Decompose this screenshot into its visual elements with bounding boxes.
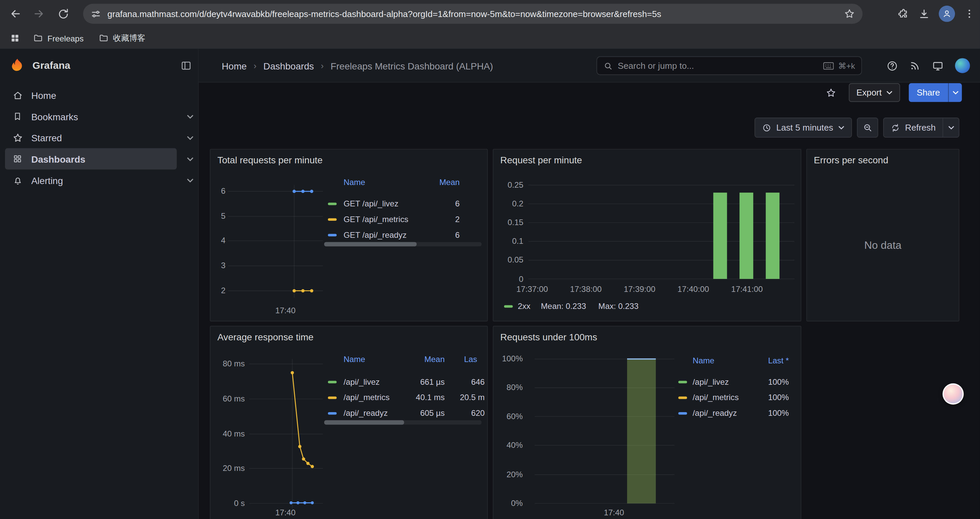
arrow-right-icon: [32, 7, 45, 20]
legend-name-header[interactable]: Name: [344, 354, 365, 366]
bar-chart: [535, 355, 675, 509]
search-placeholder: Search or jump to...: [618, 61, 694, 71]
extensions-icon[interactable]: [897, 8, 910, 20]
favorite-star-icon[interactable]: [822, 83, 840, 102]
sidebar-item-bookmarks[interactable]: Bookmarks: [5, 105, 177, 127]
browser-reload-button[interactable]: [52, 3, 74, 24]
bookmark-star-icon[interactable]: [844, 8, 855, 19]
dashboard-actions: Export Share: [822, 83, 962, 102]
y-tick: 0.25: [493, 180, 523, 190]
url-text[interactable]: grafana.mathmast.com/d/deytv4rwavabkb/fr…: [107, 9, 838, 19]
legend-mean-header[interactable]: Mean: [407, 354, 445, 366]
series-color-blue: [678, 412, 687, 414]
legend-series-name[interactable]: /api/_readyz: [693, 408, 737, 419]
legend-scrollbar[interactable]: [324, 242, 482, 246]
x-tick: 17:40: [267, 306, 304, 316]
legend-name-header[interactable]: Name: [344, 177, 365, 188]
share-dropdown[interactable]: [948, 83, 962, 102]
chevron-down-icon: [948, 126, 954, 129]
panel-title[interactable]: Average response time: [218, 331, 313, 342]
site-settings-icon[interactable]: [91, 8, 102, 19]
help-icon[interactable]: [886, 60, 898, 72]
legend-series-name[interactable]: GET /api/_readyz: [344, 230, 407, 241]
sidebar-item-dashboards[interactable]: Dashboards: [5, 148, 177, 170]
legend-series-name[interactable]: GET /api/_metrics: [344, 214, 408, 225]
legend-series-name[interactable]: /api/_livez: [344, 376, 380, 388]
legend-mean-value: 605 µs: [401, 408, 445, 419]
panel-title[interactable]: Total requests per minute: [218, 155, 323, 165]
sidebar-item-label: Alerting: [31, 175, 63, 185]
chevron-down-icon[interactable]: [185, 111, 195, 121]
y-tick: 80%: [493, 383, 523, 393]
refresh-icon: [891, 123, 900, 132]
x-tick: 17:40:00: [672, 284, 714, 295]
sidebar-item-home[interactable]: Home: [5, 85, 177, 106]
x-tick: 17:39:00: [619, 284, 661, 295]
browser-back-button[interactable]: [5, 3, 26, 24]
browser-menu-icon[interactable]: [964, 8, 975, 19]
y-tick: 0 s: [210, 498, 245, 508]
apps-grid-icon[interactable]: [10, 33, 20, 43]
sidebar-item-starred[interactable]: Starred: [5, 127, 177, 148]
sidebar-collapse-icon[interactable]: [180, 60, 192, 72]
panel-total-requests: Total requests per minute 6 5 4 3 2: [210, 149, 488, 322]
refresh-button[interactable]: Refresh: [884, 118, 943, 137]
browser-forward-button[interactable]: [28, 3, 49, 24]
series-color-green: [678, 381, 687, 383]
folder-icon: [33, 33, 43, 43]
floating-assistant-avatar[interactable]: [943, 383, 964, 405]
legend-mean-value: 2: [422, 214, 460, 225]
legend-series-name[interactable]: GET /api/_livez: [344, 198, 399, 210]
legend-scrollbar[interactable]: [324, 420, 482, 425]
bookmark-item-blog[interactable]: 收藏博客: [93, 30, 151, 46]
chevron-down-icon[interactable]: [185, 154, 195, 164]
sidebar-item-alerting[interactable]: Alerting: [5, 169, 177, 191]
legend-series-name[interactable]: /api/_metrics: [693, 392, 739, 404]
panel-title[interactable]: Errors per second: [814, 155, 888, 165]
sidebar: Grafana Home: [0, 49, 199, 519]
chevron-down-icon: [886, 91, 892, 94]
bookmark-label: 收藏博客: [113, 32, 145, 44]
time-range-picker[interactable]: Last 5 minutes: [754, 118, 852, 137]
share-button[interactable]: Share: [908, 83, 962, 102]
y-tick: 0.2: [493, 199, 523, 209]
series-color-blue: [328, 412, 337, 414]
sidebar-item-label: Home: [31, 90, 56, 101]
zoom-out-button[interactable]: [857, 118, 878, 137]
chevron-down-icon[interactable]: [185, 133, 195, 143]
refresh-interval-dropdown[interactable]: [943, 118, 959, 137]
panel-title[interactable]: Request per minute: [500, 155, 582, 165]
series-color-blue: [328, 234, 337, 236]
news-rss-icon[interactable]: [909, 60, 921, 72]
legend-series-name[interactable]: /api/_livez: [693, 376, 729, 388]
user-avatar[interactable]: [955, 58, 970, 73]
chevron-down-icon[interactable]: [185, 175, 195, 185]
export-button[interactable]: Export: [849, 83, 900, 102]
bookmark-item-freeleaps[interactable]: Freeleaps: [27, 31, 89, 46]
y-tick: 20%: [493, 469, 523, 480]
legend-series-name[interactable]: 2xx: [518, 301, 530, 312]
chevron-down-icon: [952, 91, 959, 94]
legend-mean-header[interactable]: Mean: [422, 177, 460, 188]
panel-title[interactable]: Requests under 100ms: [500, 331, 597, 342]
series-color-yellow: [678, 396, 687, 399]
legend-series-name[interactable]: /api/_readyz: [344, 408, 388, 419]
y-tick: 0.15: [493, 218, 523, 228]
dashboards-icon: [11, 154, 24, 164]
monitor-icon[interactable]: [932, 60, 944, 72]
search-input[interactable]: Search or jump to... ⌘+k: [597, 56, 862, 75]
sidebar-item-label: Bookmarks: [31, 111, 78, 121]
url-bar[interactable]: grafana.mathmast.com/d/deytv4rwavabkb/fr…: [83, 4, 862, 24]
legend-last-header[interactable]: Last *: [751, 355, 789, 367]
sidebar-item-label: Starred: [31, 132, 62, 143]
legend-name-header[interactable]: Name: [693, 355, 714, 367]
export-label: Export: [857, 88, 882, 97]
y-tick: 80 ms: [210, 359, 245, 369]
breadcrumb-home[interactable]: Home: [222, 61, 247, 71]
downloads-icon[interactable]: [918, 8, 930, 20]
breadcrumb-dashboards[interactable]: Dashboards: [264, 61, 314, 71]
browser-profile-avatar[interactable]: [939, 6, 955, 22]
legend-mean-value: 6: [422, 198, 460, 210]
legend-last-header[interactable]: Las: [464, 354, 486, 366]
legend-series-name[interactable]: /api/_metrics: [344, 392, 390, 404]
